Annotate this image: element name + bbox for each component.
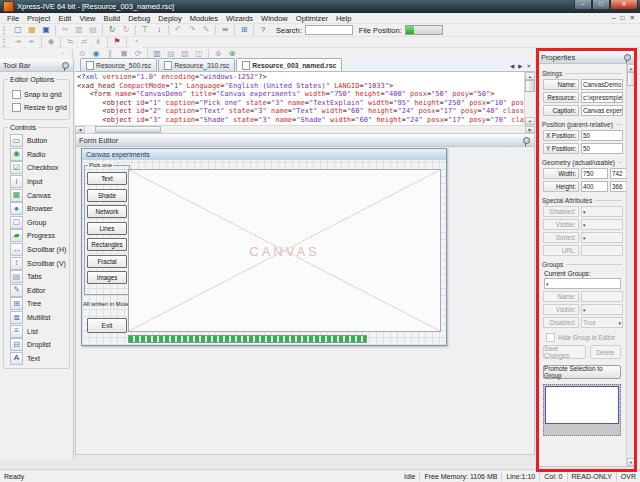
properties-scrollbar[interactable]: ▲ ▼ <box>626 64 635 466</box>
control-item-radio[interactable]: ◉Radio <box>6 148 67 162</box>
scrollbar-thumb[interactable] <box>525 80 535 92</box>
control-item-button[interactable]: ▭Button <box>6 134 67 148</box>
compile-icon[interactable]: ↻ <box>106 25 118 36</box>
control-item-scrollbar-v[interactable]: ↕Scrollbar (V) <box>6 256 67 270</box>
menu-modules[interactable]: Modules <box>186 14 222 23</box>
current-groups-select[interactable]: ▾ <box>544 278 621 289</box>
code-vertical-scrollbar[interactable]: ▲ ▼ <box>524 72 535 125</box>
tab-scroll-left-icon[interactable]: ◀ <box>510 63 514 69</box>
checkbox[interactable] <box>12 90 21 99</box>
new-file-icon[interactable]: ▢ <box>12 25 24 36</box>
mdi-close-button[interactable]: ✕ <box>630 14 635 22</box>
scrollbar-thumb[interactable] <box>627 72 635 86</box>
control-item-progress[interactable]: ▰Progress <box>6 229 67 243</box>
tab-close-icon[interactable]: ✕ <box>526 63 531 69</box>
control-item-tabs[interactable]: ▤Tabs <box>6 270 67 284</box>
profiler-icon[interactable]: ⚑ <box>111 37 123 48</box>
property-value[interactable]: 366 <box>610 181 626 192</box>
property-input[interactable]: CanvasDemo <box>581 79 623 90</box>
images-button[interactable]: Images <box>87 271 127 284</box>
control-item-text[interactable]: AText <box>6 352 67 366</box>
rectangles-button[interactable]: Rectangles <box>87 238 127 251</box>
code-horizontal-scrollbar[interactable]: ◀ ▶ <box>75 125 535 133</box>
text-button[interactable]: Text <box>87 172 127 185</box>
progress-bar-control[interactable] <box>128 335 367 343</box>
tab-resource_003_named.rsc[interactable]: Resource_003_named.rsc <box>236 58 342 71</box>
scroll-right-icon[interactable]: ▶ <box>525 126 535 133</box>
shade-button[interactable]: Shade <box>87 189 127 202</box>
control-item-tree[interactable]: ⊞Tree <box>6 297 67 311</box>
menu-build[interactable]: Build <box>100 14 125 23</box>
control-item-browser[interactable]: ●Browser <box>6 202 67 216</box>
menu-optimizer[interactable]: Optimizer <box>292 14 332 23</box>
mdi-restore-button[interactable]: □ <box>621 14 625 22</box>
scroll-down-icon[interactable]: ▼ <box>627 458 635 466</box>
property-label[interactable]: Y Position: <box>543 143 579 154</box>
menu-edit[interactable]: Edit <box>54 14 75 23</box>
control-item-list[interactable]: ≡List <box>6 324 67 338</box>
control-item-checkbox[interactable]: ☑Checkbox <box>6 161 67 175</box>
minimize-button[interactable]: – <box>574 0 592 10</box>
designed-form-window[interactable]: Canvas experiments Pick one TextShadeNet… <box>81 148 447 346</box>
lines-button[interactable]: Lines <box>87 222 127 235</box>
mdi-minimize-button[interactable]: – <box>612 14 616 22</box>
property-label[interactable]: Width: <box>543 168 579 179</box>
tab-resource_500.rsc[interactable]: Resource_500.rsc <box>80 58 157 71</box>
tab-scroll-right-icon[interactable]: ▶ <box>518 63 522 69</box>
property-input[interactable]: 50 <box>581 143 623 154</box>
pin-icon[interactable] <box>62 62 69 69</box>
control-item-group[interactable]: ▢Group <box>6 216 67 230</box>
find-icon[interactable]: ∞ <box>219 25 231 36</box>
scroll-left-icon[interactable]: ◀ <box>75 126 85 133</box>
canvas-control[interactable]: CANVAS <box>128 169 441 332</box>
scroll-down-icon[interactable]: ▼ <box>525 117 535 125</box>
control-item-multilist[interactable]: ≣Multilist <box>6 311 67 325</box>
toolbar-grip[interactable] <box>3 38 8 47</box>
run-model-icon[interactable]: ⊤ <box>139 25 151 36</box>
search-input[interactable] <box>305 25 353 35</box>
help-icon[interactable]: ? <box>257 25 269 36</box>
control-item-editor[interactable]: ✎Editor <box>6 284 67 298</box>
save-icon[interactable]: ▣ <box>40 25 52 36</box>
property-label[interactable]: Height: <box>543 181 579 192</box>
restore-button[interactable]: □ <box>592 0 610 10</box>
menu-view[interactable]: View <box>75 14 99 23</box>
property-input[interactable]: Canvas experir <box>581 105 623 116</box>
tab-resource_310.rsc[interactable]: Resource_310.rsc <box>158 58 235 71</box>
fractal-button[interactable]: Fractal <box>87 255 127 268</box>
property-input[interactable]: c:\xpressmp\ex <box>581 92 623 103</box>
property-label[interactable]: X Position: <box>543 130 579 141</box>
menu-file[interactable]: File <box>3 14 23 23</box>
control-item-scrollbar-h[interactable]: ↔Scrollbar (H) <box>6 243 67 257</box>
checkbox[interactable] <box>12 103 21 112</box>
menu-window[interactable]: Window <box>257 14 292 23</box>
menu-help[interactable]: Help <box>332 14 355 23</box>
open-file-icon[interactable]: ▦ <box>26 25 38 36</box>
property-label[interactable]: Caption: <box>543 105 579 116</box>
control-item-droplist[interactable]: ⊟Droplist <box>6 338 67 352</box>
property-label[interactable]: Name: <box>543 79 579 90</box>
control-item-input[interactable]: IInput <box>6 175 67 189</box>
control-item-canvas[interactable]: ▦Canvas <box>6 188 67 202</box>
stop-run-icon[interactable]: ↓ <box>153 25 165 36</box>
property-label[interactable]: Resource: <box>543 92 579 103</box>
menu-project[interactable]: Project <box>23 14 54 23</box>
property-value[interactable]: 400 <box>581 181 608 192</box>
menu-deploy[interactable]: Deploy <box>154 14 185 23</box>
close-button[interactable]: ✕ <box>610 0 638 10</box>
pin-icon[interactable] <box>523 137 530 144</box>
toolbar-grip[interactable] <box>3 26 8 35</box>
scroll-up-icon[interactable]: ▲ <box>627 64 635 72</box>
property-value[interactable]: 750 <box>581 168 608 179</box>
xml-code-editor[interactable]: <?xml version="1.0" encoding="windows-12… <box>75 72 524 125</box>
scroll-up-icon[interactable]: ▲ <box>525 72 535 80</box>
property-value[interactable]: 742 <box>610 168 626 179</box>
exit-button[interactable]: Exit <box>87 318 127 333</box>
promote-selection-button[interactable]: Promote Selection to Group <box>543 365 621 379</box>
pick-one-groupbox[interactable]: Pick one TextShadeNetworkLinesRectangles… <box>84 165 130 295</box>
menu-debug[interactable]: Debug <box>124 14 154 23</box>
property-input[interactable]: 50 <box>581 130 623 141</box>
pin-icon[interactable] <box>624 54 631 61</box>
menu-wizards[interactable]: Wizards <box>222 14 257 23</box>
window-layout-icon[interactable]: ⊞ <box>238 25 250 36</box>
